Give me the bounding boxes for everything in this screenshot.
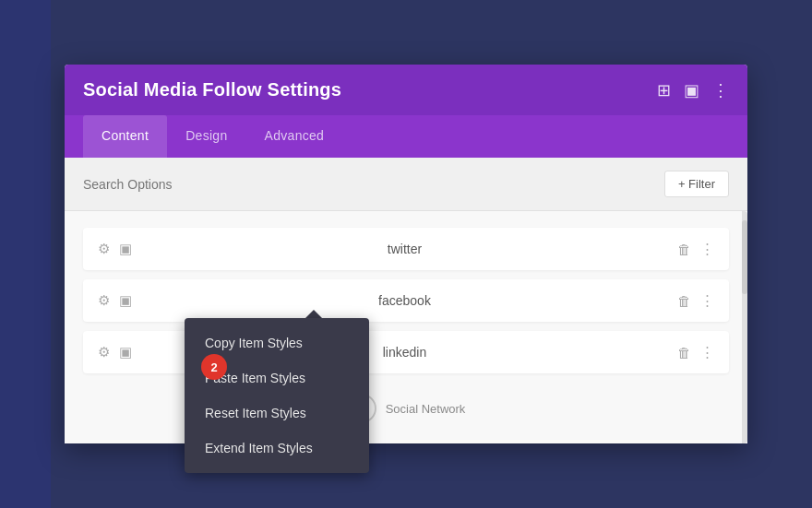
outer-background: Social Media Follow Settings ⊞ ▣ ⋮ Conte… <box>0 0 812 508</box>
panel-content: ⚙ ▣ twitter 🗑 ⋮ ⚙ ▣ facebook 🗑 ⋮ <box>65 211 747 443</box>
header-icons: ⊞ ▣ ⋮ <box>657 82 729 99</box>
more-options-icon[interactable]: ⋮ <box>700 241 714 257</box>
item-right-icons-fb: 🗑 ⋮ <box>677 292 714 309</box>
social-item-linkedin: ⚙ ▣ linkedin 🗑 ⋮ <box>83 331 729 373</box>
context-menu: Copy Item Styles Paste Item Styles Reset… <box>185 318 369 473</box>
item-left-icons-fb: ⚙ ▣ <box>98 292 132 309</box>
scroll-track <box>742 211 747 443</box>
image-icon-fb[interactable]: ▣ <box>119 292 132 309</box>
more-options-icon-li[interactable]: ⋮ <box>700 344 714 360</box>
gear-icon-li[interactable]: ⚙ <box>98 344 110 360</box>
expand-icon[interactable]: ⊞ <box>657 82 671 99</box>
panel-header: Social Media Follow Settings ⊞ ▣ ⋮ <box>65 65 747 115</box>
columns-icon[interactable]: ▣ <box>684 82 699 99</box>
add-network-row: + Social Network <box>83 383 729 427</box>
social-item-facebook: ⚙ ▣ facebook 🗑 ⋮ <box>83 279 729 322</box>
item-name-twitter: twitter <box>132 242 677 256</box>
item-right-icons-li: 🗑 ⋮ <box>677 344 714 360</box>
scroll-thumb[interactable] <box>742 220 747 294</box>
add-network-label: Social Network <box>386 402 466 416</box>
delete-icon[interactable]: 🗑 <box>677 242 691 257</box>
delete-icon-fb[interactable]: 🗑 <box>677 293 691 309</box>
search-input[interactable] <box>83 177 268 192</box>
item-left-icons-li: ⚙ ▣ <box>98 344 132 360</box>
context-menu-extend[interactable]: Extend Item Styles <box>185 431 369 466</box>
tab-bar: Content Design Advanced <box>65 115 747 158</box>
item-left-icons: ⚙ ▣ <box>98 241 132 257</box>
left-sidebar <box>0 0 51 508</box>
context-menu-reset[interactable]: Reset Item Styles <box>185 396 369 431</box>
delete-icon-li[interactable]: 🗑 <box>677 345 691 360</box>
settings-panel: Social Media Follow Settings ⊞ ▣ ⋮ Conte… <box>65 65 747 443</box>
panel-title: Social Media Follow Settings <box>83 79 341 100</box>
image-icon-li[interactable]: ▣ <box>119 344 132 360</box>
image-icon[interactable]: ▣ <box>119 241 132 257</box>
more-options-icon-fb[interactable]: ⋮ <box>700 292 714 309</box>
step-badge: 2 <box>201 354 227 380</box>
search-bar: + Filter <box>65 158 747 211</box>
social-item-twitter: ⚙ ▣ twitter 🗑 ⋮ <box>83 228 729 270</box>
gear-icon[interactable]: ⚙ <box>98 241 110 257</box>
tab-design[interactable]: Design <box>167 115 245 158</box>
item-name-facebook: facebook <box>132 293 677 308</box>
more-icon[interactable]: ⋮ <box>712 82 729 99</box>
tab-content[interactable]: Content <box>83 115 167 158</box>
gear-icon-fb[interactable]: ⚙ <box>98 292 110 309</box>
tab-advanced[interactable]: Advanced <box>246 115 343 158</box>
item-right-icons: 🗑 ⋮ <box>677 241 714 257</box>
filter-button[interactable]: + Filter <box>664 171 729 197</box>
